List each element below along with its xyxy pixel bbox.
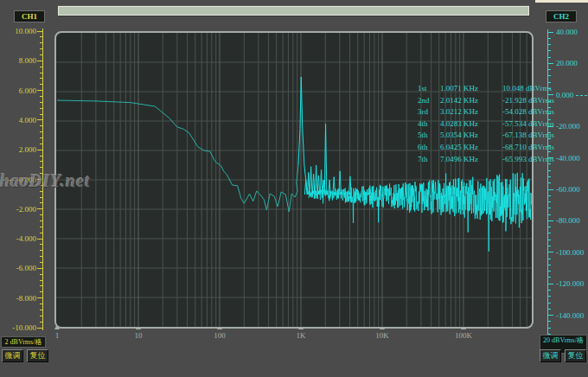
ch1-ruler-tick-minor [40, 48, 42, 49]
ch1-ruler-tick-minor [40, 191, 42, 192]
harmonic-row: 5th5.0354 KHz-67.138 dBVrms [418, 130, 554, 142]
ch1-ruler-tick-minor [40, 84, 42, 85]
ch2-ruler-tick-minor [548, 38, 551, 39]
ch1-zero-marker [3, 180, 24, 181]
harmonic-row: 3rd3.0212 KHz-54.028 dBVrms [418, 106, 554, 118]
ch2-reset-button[interactable]: 复位 [565, 349, 586, 362]
spectrum-plot: 1st1.0071 KHz10.048 dBVrms2nd2.0142 KHz-… [54, 31, 534, 329]
ch2-ruler-tick-minor [548, 208, 551, 208]
ch2-ruler-tick-label: -120.000 [556, 280, 584, 288]
ch2-ruler-tick-minor [548, 290, 551, 291]
ch2-ruler-tick-minor [548, 233, 551, 233]
ch2-ruler-tick-label: -60.000 [556, 186, 580, 194]
ch1-ruler-tick-minor [40, 214, 42, 215]
ch2-ruler-tick-minor [548, 227, 551, 227]
harmonic-freq: 4.0283 KHz [440, 118, 502, 131]
ch1-ruler-tick-minor [40, 54, 42, 55]
ch1-ruler-line [42, 29, 43, 330]
harmonic-row: 2nd2.0142 KHz-21.928 dBVrms [418, 95, 554, 107]
ch1-ruler-tick-label: -10.000 [2, 324, 36, 332]
ch1-ruler-tick-minor [40, 262, 42, 263]
spectrum-canvas [56, 33, 532, 327]
ch1-ruler-tick-minor [40, 291, 42, 292]
ch1-ruler-tick-minor [40, 185, 42, 186]
ch1-ruler-tick-major [37, 61, 42, 61]
harmonic-freq: 3.0212 KHz [440, 106, 502, 118]
ch1-ruler-tick-minor [40, 250, 42, 251]
harmonic-level: -68.710 dBVrms [502, 142, 554, 154]
harmonic-level: -67.138 dBVrms [502, 130, 554, 142]
harmonic-rank: 1st [418, 83, 440, 95]
ch2-ruler-tick-minor [548, 309, 551, 310]
progress-bar [58, 6, 529, 16]
harmonic-freq: 2.0142 KHz [440, 95, 502, 107]
ch2-ruler-tick-minor [548, 214, 551, 215]
ch2-ruler-tick-minor [548, 277, 551, 278]
harmonic-freq: 5.0354 KHz [440, 130, 502, 142]
ch2-ruler-tick-major [548, 284, 553, 284]
ch1-ruler-tick-minor [40, 285, 42, 286]
ch2-zero-marker [576, 95, 587, 96]
ch1-ruler-tick-major [37, 208, 42, 209]
ch2-ruler-tick-minor [548, 246, 551, 246]
ch2-ruler-tick-label: -80.000 [556, 217, 580, 225]
ch1-ruler-tick-minor [40, 227, 42, 227]
ch1-ruler-tick-minor [40, 310, 42, 310]
ch2-ruler-tick-minor [548, 50, 551, 51]
harmonic-freq: 1.0071 KHz [440, 83, 502, 95]
ch1-ruler-tick-minor [40, 137, 42, 138]
ch2-ruler-tick-major [548, 63, 553, 64]
harmonic-rank: 7th [418, 154, 440, 166]
ch1-ruler-tick-label: 6.000 [2, 87, 36, 95]
ch2-ruler-tick-label: -100.000 [556, 249, 584, 257]
ch1-ruler-tick-minor [40, 131, 42, 132]
ch2-label: CH2 [546, 10, 577, 22]
ch1-ruler-tick-minor [40, 316, 42, 316]
ch1-label: CH1 [14, 10, 45, 22]
ch1-ruler-tick-minor [40, 78, 42, 79]
ch2-ruler-tick-minor [548, 69, 551, 70]
ch1-ruler-tick-minor [40, 42, 42, 43]
harmonic-rank: 4th [418, 118, 440, 131]
harmonic-row: 7th7.0496 KHz-65.993 dBVrms [418, 154, 554, 166]
harmonic-level: -54.028 dBVrms [502, 106, 554, 118]
ch1-ruler-tick-minor [40, 96, 42, 97]
x-axis-label: 1 [42, 331, 73, 340]
harmonic-row: 4th4.0283 KHz-57.534 dBVrms [418, 118, 554, 131]
ch2-ruler-tick-minor [548, 201, 551, 202]
ch1-ruler-tick-major [37, 239, 42, 240]
ch2-ruler-tick-minor [548, 170, 551, 171]
ch2-ruler-tick-minor [548, 195, 551, 196]
ch2-ruler-tick-major [548, 220, 553, 221]
ch2-ruler-tick-minor [548, 176, 551, 177]
ch1-ruler-tick-label: 4.000 [2, 117, 36, 125]
ch2-ruler-tick-minor [548, 321, 551, 322]
ch1-ruler-tick-minor [40, 233, 42, 233]
ch1-ruler-tick-major [37, 179, 42, 180]
ch1-fine-tune-button[interactable]: 微调 [2, 349, 23, 362]
ch1-ruler-tick-major [37, 150, 42, 150]
ch2-ruler-tick-minor [548, 182, 551, 183]
ch1-ruler-tick-label: 10.000 [2, 28, 36, 35]
ch2-ruler-tick-label: 0.000 [556, 92, 573, 99]
ch2-ruler-tick-minor [548, 57, 551, 58]
ch1-ruler-tick-label: -8.000 [2, 295, 36, 303]
harmonic-level: -57.534 dBVrms [502, 118, 554, 131]
ch2-fine-tune-button[interactable]: 微调 [540, 349, 561, 362]
ch1-ruler-tick-minor [40, 197, 42, 198]
ch1-ruler-tick-label: 8.000 [2, 57, 36, 65]
harmonic-rank: 3rd [418, 106, 440, 118]
x-axis-label: 10K [367, 331, 398, 340]
harmonic-freq: 6.0425 KHz [440, 142, 502, 154]
x-axis-label: 1K [285, 331, 316, 340]
ch1-ruler-tick-minor [40, 274, 42, 275]
ch2-ruler-tick-major [548, 315, 553, 316]
ch1-buttons: 微调 复位 [2, 349, 48, 362]
ch1-ruler-tick-minor [40, 304, 42, 304]
ch2-ruler-tick-minor [548, 75, 551, 76]
ch1-ruler-tick-minor [40, 156, 42, 157]
ch2-buttons: 微调 复位 [540, 349, 586, 362]
ch1-reset-button[interactable]: 复位 [27, 349, 48, 362]
harmonic-level: -21.928 dBVrms [502, 95, 554, 107]
harmonic-level: -65.993 dBVrms [502, 154, 554, 166]
